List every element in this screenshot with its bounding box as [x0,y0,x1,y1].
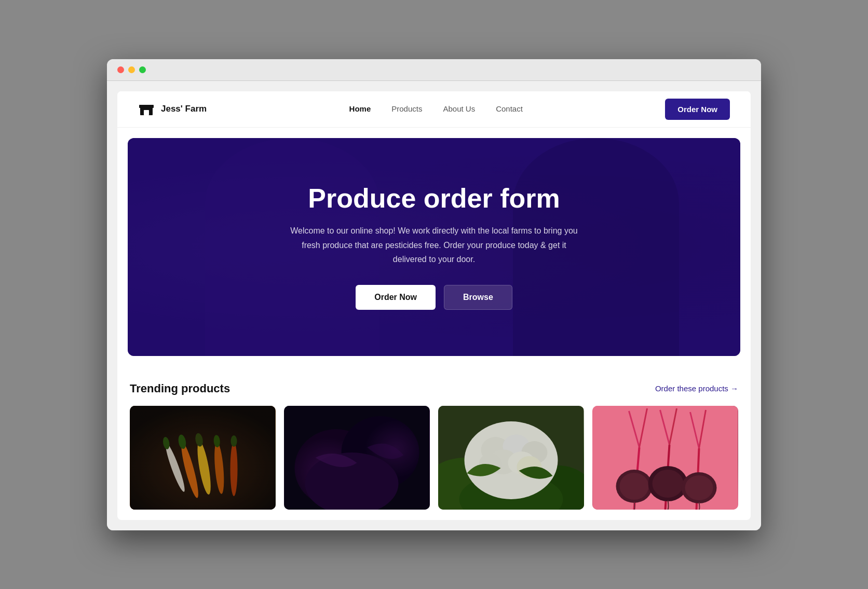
nav-link-about[interactable]: About Us [443,104,475,113]
svg-rect-34 [439,406,584,510]
svg-rect-1 [139,105,154,108]
nav-item-home[interactable]: Home [349,104,371,114]
nav-item-contact[interactable]: Contact [496,104,523,114]
store-icon [138,101,155,117]
minimize-dot[interactable] [128,66,135,73]
nav-links: Home Products About Us Contact [349,104,523,114]
browser-content: Jess' Farm Home Products About Us Contac… [107,81,761,530]
hero-title: Produce order form [289,184,579,213]
trending-title: Trending products [130,382,230,395]
nav-link-products[interactable]: Products [391,104,422,113]
product-card-beets[interactable] [592,406,738,510]
cabbage-image [284,406,430,510]
order-products-link[interactable]: Order these products → [655,384,738,393]
nav-link-contact[interactable]: Contact [496,104,523,113]
close-dot[interactable] [117,66,124,73]
hero-order-button[interactable]: Order Now [356,285,436,310]
svg-rect-3 [145,111,147,115]
svg-rect-21 [284,406,430,510]
browser-chrome [107,59,761,81]
maximize-dot[interactable] [139,66,146,73]
carrots-image [130,406,276,510]
product-card-carrots[interactable] [130,406,276,510]
brand: Jess' Farm [138,101,207,117]
browser-window: Jess' Farm Home Products About Us Contac… [107,59,761,530]
product-card-cauliflower[interactable] [438,406,584,510]
hero-content: Produce order form Welcome to our online… [278,163,590,331]
trending-section: Trending products Order these products → [117,366,751,520]
hero-section: Produce order form Welcome to our online… [128,138,740,356]
brand-name: Jess' Farm [161,104,207,114]
hero-browse-button[interactable]: Browse [444,285,512,310]
product-card-cabbage[interactable] [284,406,430,510]
hero-buttons: Order Now Browse [289,285,579,310]
navbar: Jess' Farm Home Products About Us Contac… [117,91,751,128]
cauliflower-image [438,406,584,510]
svg-point-50 [685,475,713,500]
nav-item-products[interactable]: Products [391,104,422,114]
svg-point-46 [620,473,649,500]
svg-point-48 [653,470,684,498]
nav-item-about[interactable]: About Us [443,104,475,114]
svg-rect-16 [130,406,276,510]
nav-link-home[interactable]: Home [349,104,371,113]
beets-image [592,406,738,510]
website: Jess' Farm Home Products About Us Contac… [117,91,751,520]
hero-subtitle: Welcome to our online shop! We work dire… [289,224,579,266]
product-grid [130,406,738,510]
trending-header: Trending products Order these products → [130,382,738,395]
nav-order-button[interactable]: Order Now [665,99,730,120]
